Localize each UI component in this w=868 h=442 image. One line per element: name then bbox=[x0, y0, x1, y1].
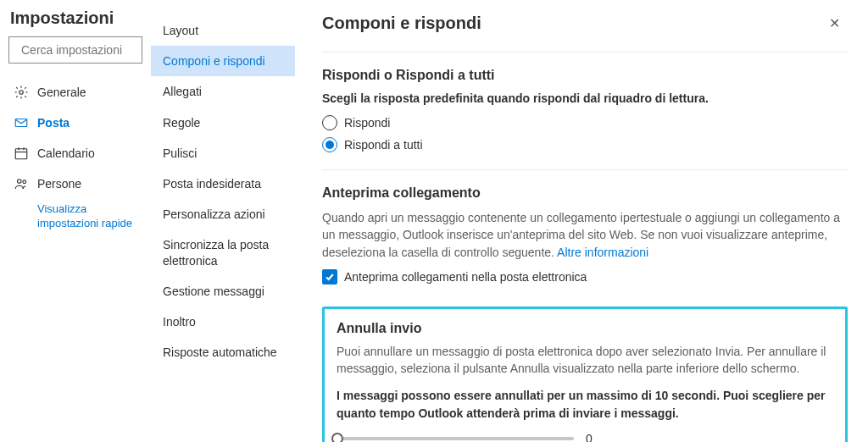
page-title: Impostazioni bbox=[8, 8, 142, 28]
nav-mail[interactable]: Posta bbox=[8, 108, 142, 138]
nav-general-label: Generale bbox=[37, 86, 86, 99]
undo-slider[interactable] bbox=[337, 437, 574, 440]
svg-rect-4 bbox=[15, 149, 27, 159]
svg-point-9 bbox=[23, 180, 26, 184]
mail-icon bbox=[14, 115, 29, 130]
reply-desc: Scegli la risposta predefinita quando ri… bbox=[322, 91, 848, 105]
svg-rect-3 bbox=[15, 119, 27, 127]
nav-general[interactable]: Generale bbox=[8, 77, 142, 108]
slider-thumb-icon bbox=[331, 433, 343, 442]
subnav-handling[interactable]: Gestione messaggi bbox=[151, 276, 295, 307]
more-info-link[interactable]: Altre informazioni bbox=[557, 246, 648, 259]
nav-calendar[interactable]: Calendario bbox=[8, 138, 142, 169]
subnav-attachments[interactable]: Allegati bbox=[151, 76, 295, 107]
radio-reply[interactable]: Rispondi bbox=[322, 115, 848, 130]
svg-point-8 bbox=[18, 180, 22, 184]
undo-p2: I messaggi possono essere annullati per … bbox=[337, 387, 833, 422]
search-input[interactable] bbox=[21, 43, 170, 57]
checkbox-checked-icon bbox=[322, 269, 337, 285]
subnav-sync[interactable]: Sincronizza la posta elettronica bbox=[151, 229, 295, 275]
link-preview-checkbox[interactable]: Anteprima collegamenti nella posta elett… bbox=[322, 269, 848, 285]
nav-mail-label: Posta bbox=[37, 116, 70, 130]
subnav-forwarding[interactable]: Inoltro bbox=[151, 307, 295, 337]
people-icon bbox=[14, 176, 29, 191]
link-preview-checkbox-label: Anteprima collegamenti nella posta elett… bbox=[344, 270, 587, 284]
subnav-customize[interactable]: Personalizza azioni bbox=[151, 199, 295, 229]
subnav-sweep[interactable]: Pulisci bbox=[151, 138, 295, 169]
quick-settings-link[interactable]: Visualizza impostazioni rapide bbox=[8, 199, 142, 235]
undo-p1: Puoi annullare un messaggio di posta ele… bbox=[337, 343, 833, 378]
nav-calendar-label: Calendario bbox=[37, 146, 95, 160]
search-box[interactable] bbox=[8, 36, 142, 64]
reply-heading: Rispondi o Rispondi a tutti bbox=[322, 68, 848, 83]
calendar-icon bbox=[14, 146, 29, 161]
radio-icon-checked bbox=[322, 137, 337, 152]
undo-heading: Annulla invio bbox=[337, 321, 833, 336]
content-title: Componi e rispondi bbox=[322, 14, 481, 33]
radio-reply-label: Rispondi bbox=[344, 116, 390, 130]
subnav-junk[interactable]: Posta indesiderata bbox=[151, 169, 295, 199]
gear-icon bbox=[14, 85, 29, 100]
link-preview-body: Quando apri un messaggio contenente un c… bbox=[322, 209, 848, 261]
undo-slider-value: 0 bbox=[586, 432, 593, 442]
radio-reply-all[interactable]: Rispondi a tutti bbox=[322, 137, 848, 152]
svg-point-2 bbox=[19, 91, 24, 95]
section-reply: Rispondi o Rispondi a tutti Scegli la ri… bbox=[322, 52, 848, 161]
subnav-compose[interactable]: Componi e rispondi bbox=[151, 46, 295, 76]
subnav-auto[interactable]: Risposte automatiche bbox=[151, 337, 295, 367]
nav-people[interactable]: Persone bbox=[8, 169, 142, 199]
subnav-layout[interactable]: Layout bbox=[151, 15, 295, 46]
radio-reply-all-label: Rispondi a tutti bbox=[344, 138, 423, 152]
link-preview-heading: Anteprima collegamento bbox=[322, 185, 848, 201]
nav-people-label: Persone bbox=[37, 177, 81, 191]
subnav-rules[interactable]: Regole bbox=[151, 108, 295, 138]
section-link-preview: Anteprima collegamento Quando apri un me… bbox=[322, 170, 848, 293]
close-button[interactable]: ✕ bbox=[821, 15, 848, 31]
radio-icon bbox=[322, 115, 337, 130]
section-undo-send: Annulla invio Puoi annullare un messaggi… bbox=[322, 307, 848, 442]
